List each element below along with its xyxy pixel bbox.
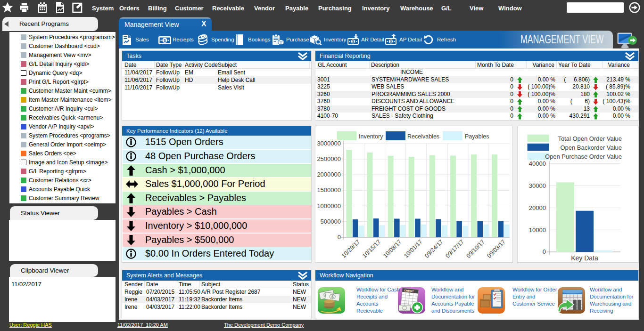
svg-text:09/03/17: 09/03/17	[486, 238, 507, 259]
svg-text:$: $	[390, 39, 392, 44]
svg-text:0: 0	[543, 248, 546, 255]
svg-text:1500000: 1500000	[317, 186, 341, 194]
svg-text:Key Data: Key Data	[571, 254, 598, 262]
svg-text:10/01/17: 10/01/17	[403, 238, 423, 259]
svg-text:Receivables: Receivables	[407, 133, 439, 140]
svg-text:$: $	[352, 39, 355, 44]
svg-text:Total Open Order Value: Total Open Order Value	[558, 135, 622, 142]
svg-text:10/29/17: 10/29/17	[340, 238, 361, 259]
svg-text:Open Backorder Value: Open Backorder Value	[560, 144, 622, 151]
svg-text:Payables: Payables	[465, 133, 489, 140]
svg-text:2000000: 2000000	[317, 171, 341, 178]
svg-text:2500000: 2500000	[317, 155, 341, 162]
svg-text:30000: 30000	[529, 182, 546, 189]
svg-text:10000: 10000	[529, 226, 546, 234]
svg-text:500000: 500000	[321, 218, 341, 225]
svg-text:09/10/17: 09/10/17	[465, 238, 486, 259]
svg-text:3000000: 3000000	[317, 140, 341, 147]
svg-text:0: 0	[338, 234, 341, 241]
svg-text:20000: 20000	[529, 204, 546, 211]
svg-text:10/08/17: 10/08/17	[382, 238, 403, 259]
svg-text:09/24/17: 09/24/17	[423, 238, 444, 259]
svg-text:40000: 40000	[529, 160, 546, 167]
svg-text:10/15/17: 10/15/17	[361, 238, 382, 259]
svg-text:09/17/17: 09/17/17	[444, 238, 465, 259]
svg-text:Open Purchase Order Value: Open Purchase Order Value	[545, 153, 622, 160]
svg-text:$: $	[164, 38, 166, 43]
svg-text:1000000: 1000000	[317, 202, 341, 210]
svg-text:Inventory: Inventory	[359, 133, 383, 140]
